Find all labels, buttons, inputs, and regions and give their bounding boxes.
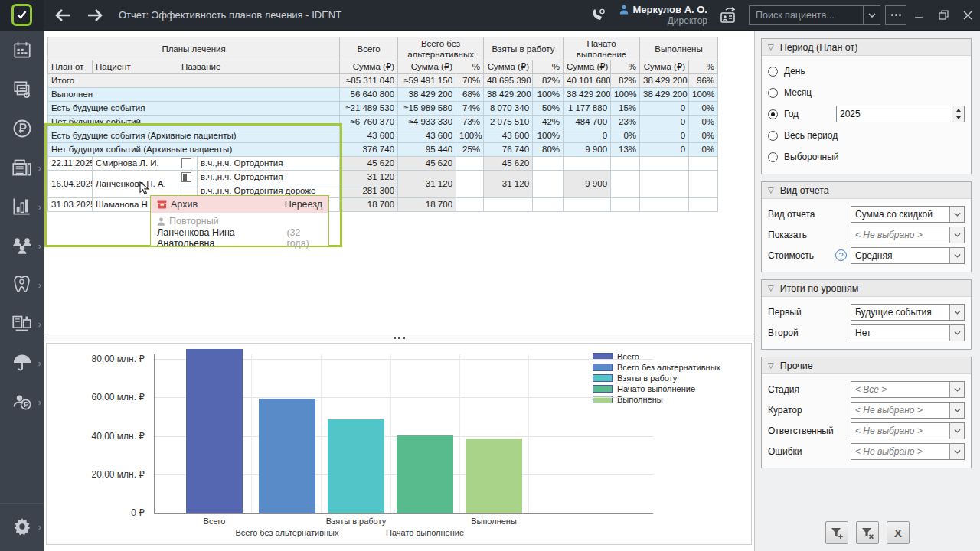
column-header[interactable]: % [456, 60, 484, 74]
value-cell[interactable]: ≈6 760 370 [340, 116, 398, 129]
value-cell[interactable] [564, 157, 611, 171]
value-cell[interactable] [456, 171, 484, 198]
column-header[interactable]: Сумма (₽) [484, 60, 533, 74]
plan-checkbox[interactable] [181, 158, 191, 168]
column-group-header[interactable]: Выполнены [640, 37, 718, 60]
sidebar-item-schedule[interactable] [0, 31, 44, 70]
value-cell[interactable]: 15% [611, 102, 640, 116]
sidebar-item-staff[interactable]: › [0, 226, 44, 265]
value-cell[interactable] [640, 157, 689, 171]
section-period-header[interactable]: Период (План от) [762, 39, 971, 56]
excel-export-button[interactable]: X [887, 521, 910, 544]
first-level-select[interactable]: Будущие события [851, 304, 965, 321]
value-cell[interactable]: 376 740 [340, 143, 398, 157]
column-header[interactable]: Сумма (₽) [340, 60, 398, 74]
plan-name[interactable]: в.ч.,н.ч. Ортодонтия [198, 157, 340, 171]
value-cell[interactable]: 8 070 340 [484, 102, 533, 116]
radio-whole-period[interactable]: Весь период [768, 125, 965, 146]
value-cell[interactable]: 18 700 [340, 198, 398, 212]
radio-icon[interactable] [768, 67, 778, 77]
table-row[interactable]: Есть будущие события≈21 489 530≈15 989 5… [48, 102, 718, 116]
radio-icon[interactable] [768, 131, 778, 141]
value-cell[interactable]: 0% [611, 129, 640, 143]
value-cell[interactable] [533, 171, 564, 198]
value-cell[interactable]: 74% [456, 102, 484, 116]
report-view-select[interactable]: Сумма со скидкой [851, 206, 965, 223]
value-cell[interactable]: 9 900 [564, 171, 611, 198]
select-dropdown-button[interactable] [949, 325, 964, 341]
table-row[interactable]: Нет будущих событий (Архивные пациенты)3… [48, 143, 718, 157]
splitter-handle[interactable] [44, 334, 754, 341]
plan-date[interactable]: 22.11.2025 [48, 157, 93, 171]
value-cell[interactable]: 1 177 880 [564, 102, 611, 116]
patient-search[interactable] [749, 5, 880, 25]
spin-up-button[interactable] [952, 106, 964, 114]
value-cell[interactable]: 9 900 [564, 143, 611, 157]
table-row[interactable]: 22.11.2025Смирнова Л. И.в.ч.,н.ч. Ортодо… [48, 157, 718, 171]
value-cell[interactable]: 50% [533, 102, 564, 116]
value-cell[interactable]: 42% [533, 116, 564, 129]
value-cell[interactable]: 0 [640, 116, 689, 129]
patient-name[interactable]: Ланченкова Н. А. [93, 171, 178, 198]
plan-date[interactable]: 31.03.2025 [48, 198, 93, 212]
value-cell[interactable]: 0% [689, 129, 718, 143]
value-cell[interactable]: 31 120 [484, 171, 533, 198]
sidebar-item-salary[interactable]: › [0, 382, 44, 421]
row-label[interactable]: Выполнен [48, 88, 340, 102]
value-cell[interactable]: 0 [640, 143, 689, 157]
search-input[interactable] [750, 6, 863, 24]
value-cell[interactable]: 38 429 200 [640, 74, 689, 88]
value-cell[interactable]: ≈4 933 330 [398, 116, 456, 129]
value-cell[interactable] [640, 198, 689, 212]
year-input[interactable] [836, 106, 965, 122]
value-cell[interactable] [456, 157, 484, 171]
curator-select[interactable]: < Не выбрано > [851, 402, 965, 419]
checkbox-cell[interactable] [178, 171, 198, 184]
column-header[interactable]: Пациент [93, 60, 178, 74]
select-dropdown-button[interactable] [949, 207, 964, 222]
value-cell[interactable]: 281 300 [340, 184, 398, 198]
column-group-header[interactable]: Всего без альтернативных [398, 37, 484, 60]
table-row[interactable]: Есть будущие события (Архивные пациенты)… [48, 129, 718, 143]
value-cell[interactable]: 484 700 [564, 116, 611, 129]
section-report-view-header[interactable]: Вид отчета [762, 182, 971, 199]
sidebar-item-settings[interactable]: › [0, 508, 44, 545]
value-cell[interactable]: 95 440 [398, 143, 456, 157]
column-group-header[interactable]: Всего [340, 37, 398, 60]
column-header[interactable]: Название [178, 60, 340, 74]
value-cell[interactable] [611, 157, 640, 171]
value-cell[interactable]: 45 620 [398, 157, 456, 171]
spinner-arrows[interactable] [952, 106, 964, 122]
value-cell[interactable]: 25% [456, 143, 484, 157]
user-menu[interactable]: Меркулов А. О. Директор [619, 4, 707, 27]
checkbox-cell[interactable] [178, 157, 198, 171]
value-cell[interactable]: 45 620 [484, 157, 533, 171]
value-cell[interactable] [611, 171, 640, 198]
value-cell[interactable]: 100% [456, 129, 484, 143]
patient-name[interactable]: Смирнова Л. И. [93, 157, 178, 171]
value-cell[interactable] [533, 157, 564, 171]
value-cell[interactable]: 96% [689, 74, 718, 88]
row-label[interactable]: Нет будущих событий [48, 116, 340, 129]
value-cell[interactable]: 56 640 800 [340, 88, 398, 102]
radio-icon[interactable] [768, 88, 778, 98]
value-cell[interactable]: 82% [533, 74, 564, 88]
select-dropdown-button[interactable] [949, 423, 964, 439]
section-level-totals-header[interactable]: Итоги по уровням [762, 280, 971, 297]
radio-year[interactable]: Год [768, 103, 965, 125]
radio-month[interactable]: Месяц [768, 82, 965, 103]
value-cell[interactable]: 76 740 [484, 143, 533, 157]
value-cell[interactable]: 68% [456, 88, 484, 102]
value-cell[interactable]: 38 429 200 [398, 88, 456, 102]
value-cell[interactable] [689, 171, 718, 198]
errors-select[interactable]: < Не выбрано > [851, 443, 965, 460]
value-cell[interactable]: 0% [689, 116, 718, 129]
value-cell[interactable]: 82% [611, 74, 640, 88]
value-cell[interactable] [689, 157, 718, 171]
value-cell[interactable] [456, 198, 484, 212]
value-cell[interactable]: 43 600 [484, 129, 533, 143]
value-cell[interactable] [689, 198, 718, 212]
forward-button[interactable] [82, 0, 108, 31]
row-label[interactable]: Итого [48, 74, 340, 88]
value-cell[interactable]: 23% [611, 116, 640, 129]
